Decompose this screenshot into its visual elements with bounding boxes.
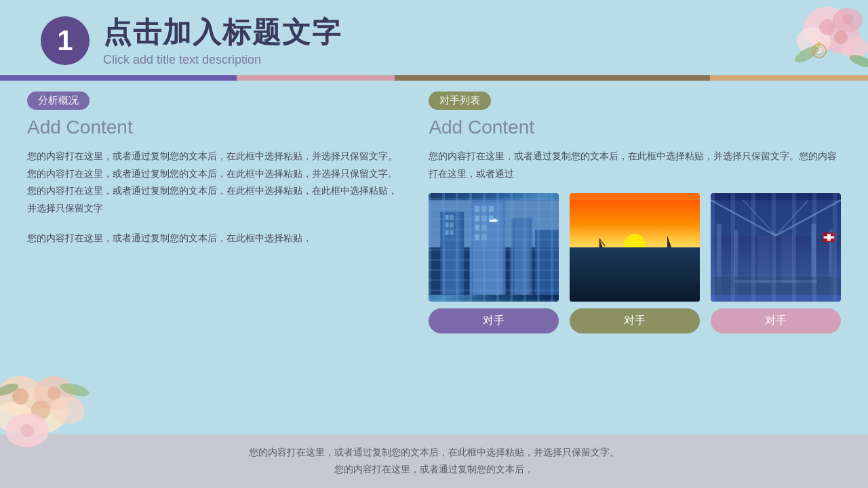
svg-line-65 bbox=[711, 201, 776, 236]
page-title-sub: Click add title text description bbox=[103, 53, 342, 67]
svg-rect-41 bbox=[482, 216, 487, 222]
svg-rect-62 bbox=[620, 266, 650, 268]
building-image bbox=[429, 193, 559, 302]
progress-bar-4 bbox=[710, 75, 868, 81]
opponent-button-3[interactable]: 对手 bbox=[711, 308, 841, 333]
left-column: 分析概况 Add Content 您的内容打在这里，或者通过复制您的文本后，在此… bbox=[27, 92, 422, 430]
svg-rect-36 bbox=[473, 203, 503, 295]
image-item-2: 对手 bbox=[570, 193, 700, 333]
svg-rect-28 bbox=[443, 212, 461, 295]
svg-rect-26 bbox=[429, 201, 559, 248]
svg-rect-33 bbox=[446, 230, 449, 235]
svg-rect-58 bbox=[652, 252, 682, 255]
svg-rect-30 bbox=[450, 215, 454, 220]
svg-rect-64 bbox=[711, 201, 841, 236]
footer-text-1: 您的内容打在这里，或者通过复制您的文本后，在此框中选择粘贴，并选择只保留文字。 bbox=[54, 444, 814, 462]
svg-rect-77 bbox=[823, 232, 835, 242]
right-column: 对手列表 Add Content 您的内容打在这里，或者通过复制您的文本后，在此… bbox=[422, 92, 841, 430]
svg-line-66 bbox=[776, 201, 841, 236]
progress-bars bbox=[0, 75, 868, 81]
svg-rect-39 bbox=[489, 206, 494, 212]
opponent-button-1[interactable]: 对手 bbox=[429, 308, 559, 333]
svg-rect-51 bbox=[535, 230, 559, 295]
svg-rect-63 bbox=[711, 201, 841, 296]
left-body-text-1: 您的内容打在这里，或者通过复制您的文本后，在此框中选择粘贴，并选择只保留文字。您… bbox=[27, 148, 401, 218]
left-body-text-2: 您的内容打在这里，或者通过复制您的文本后，在此框中选择粘贴， bbox=[27, 230, 401, 247]
svg-rect-35 bbox=[470, 201, 505, 296]
airport-image bbox=[711, 193, 841, 302]
svg-rect-60 bbox=[623, 260, 647, 262]
svg-line-67 bbox=[743, 201, 776, 236]
svg-rect-46 bbox=[482, 235, 487, 241]
main-content: 分析概况 Add Content 您的内容打在这里，或者通过复制您的文本后，在此… bbox=[0, 92, 868, 430]
svg-rect-55 bbox=[587, 253, 611, 256]
svg-rect-27 bbox=[441, 212, 465, 295]
svg-rect-50 bbox=[515, 221, 530, 295]
svg-rect-44 bbox=[482, 225, 487, 231]
svg-line-68 bbox=[776, 201, 808, 236]
svg-rect-75 bbox=[758, 236, 770, 283]
progress-bar-3 bbox=[395, 75, 710, 81]
footer: 您的内容打在这里，或者通过复制您的文本后，在此框中选择粘贴，并选择只保留文字。 … bbox=[0, 434, 868, 488]
svg-rect-78 bbox=[827, 234, 831, 241]
harbor-image bbox=[570, 193, 700, 302]
svg-rect-72 bbox=[829, 230, 833, 295]
svg-rect-29 bbox=[446, 215, 449, 220]
svg-rect-49 bbox=[511, 218, 532, 295]
footer-text-2: 您的内容打在这里，或者通过复制您的文本后， bbox=[54, 461, 814, 479]
step-number: 1 bbox=[57, 24, 73, 57]
svg-rect-42 bbox=[489, 216, 494, 222]
left-section-tag: 分析概况 bbox=[27, 92, 90, 110]
page-title-main: 点击加入标题文字 bbox=[103, 14, 342, 52]
left-add-content-title: Add Content bbox=[27, 117, 401, 138]
progress-bar-2 bbox=[237, 75, 395, 81]
svg-point-47 bbox=[489, 220, 498, 222]
svg-rect-43 bbox=[475, 225, 479, 231]
svg-rect-40 bbox=[475, 216, 479, 222]
svg-rect-25 bbox=[429, 201, 559, 296]
svg-rect-52 bbox=[570, 201, 700, 260]
svg-rect-53 bbox=[570, 260, 700, 295]
image-item-1: 对手 bbox=[429, 193, 559, 333]
svg-rect-32 bbox=[450, 223, 454, 228]
svg-rect-38 bbox=[482, 206, 487, 212]
progress-bar-1 bbox=[0, 75, 237, 81]
step-circle: 1 bbox=[41, 16, 90, 65]
svg-rect-70 bbox=[734, 230, 738, 295]
svg-rect-79 bbox=[824, 237, 835, 239]
svg-marker-48 bbox=[489, 219, 498, 221]
svg-rect-69 bbox=[717, 224, 722, 295]
svg-rect-31 bbox=[446, 223, 449, 228]
image-item-3: 对手 bbox=[711, 193, 841, 333]
svg-rect-34 bbox=[450, 230, 454, 235]
right-body-text: 您的内容打在这里，或者通过复制您的文本后，在此框中选择粘贴，并选择只保留文字。您… bbox=[429, 148, 841, 182]
svg-rect-61 bbox=[626, 263, 644, 265]
svg-point-54 bbox=[624, 234, 645, 255]
svg-rect-45 bbox=[475, 235, 479, 241]
svg-rect-73 bbox=[711, 277, 841, 295]
title-block: 点击加入标题文字 Click add title text descriptio… bbox=[103, 14, 342, 67]
right-add-content-title: Add Content bbox=[429, 117, 841, 138]
svg-rect-37 bbox=[475, 206, 479, 212]
right-section-tag: 对手列表 bbox=[429, 92, 491, 110]
svg-rect-71 bbox=[811, 224, 816, 295]
header: 1 点击加入标题文字 Click add title text descript… bbox=[0, 0, 868, 67]
svg-rect-76 bbox=[782, 236, 793, 283]
images-grid: 对手 bbox=[429, 193, 841, 333]
opponent-button-2[interactable]: 对手 bbox=[570, 308, 700, 333]
svg-rect-74 bbox=[734, 280, 817, 283]
